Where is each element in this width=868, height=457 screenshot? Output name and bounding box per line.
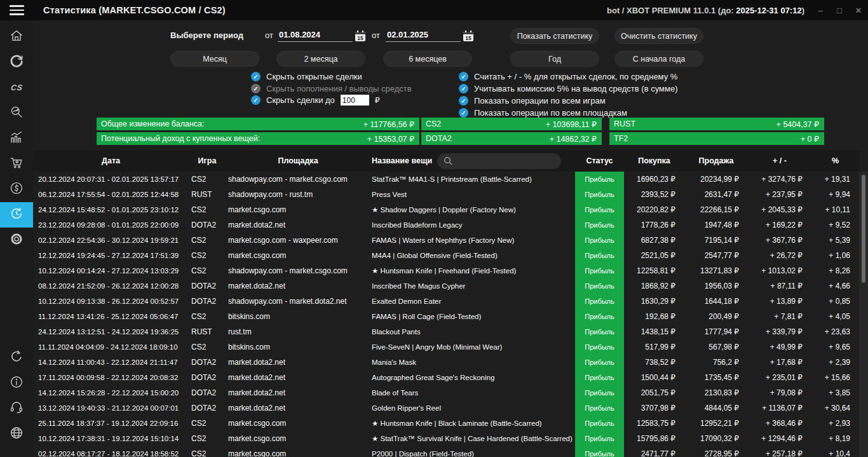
table-row[interactable]: 25.11.2024 18:37:37 - 19.12.2024 22:09:1…: [33, 416, 859, 431]
sidebar-item-statistics[interactable]: [0, 126, 33, 151]
row-percent: + 9,52: [811, 217, 859, 233]
row-percent: + 2,93: [811, 416, 859, 431]
table-row[interactable]: 23.12.2024 09:28:08 - 01.01.2025 22:00:0…: [33, 217, 859, 233]
hide-deals-under-checkbox[interactable]: Скрыть сделки до ₽: [251, 95, 380, 106]
row-item-name: Five-SeveN | Angry Mob (Minimal Wear): [370, 339, 575, 355]
column-header-percent[interactable]: %: [811, 156, 859, 165]
sidebar-item-finance[interactable]: [0, 177, 33, 202]
row-date: 10.12.2024 17:38:31 - 19.12.2024 15:10:1…: [33, 431, 189, 446]
column-header-buy[interactable]: Покупка: [624, 156, 684, 165]
column-header-platform[interactable]: Площадка: [226, 156, 370, 165]
min-amount-input[interactable]: [341, 95, 369, 106]
count-percent-open-deals-checkbox[interactable]: Считать + / - % для открытых сделок, по …: [459, 71, 677, 82]
table-row[interactable]: 02.12.2024 22:54:36 - 30.12.2024 19:59:2…: [33, 233, 859, 248]
row-game: CS2: [189, 431, 226, 446]
table-row[interactable]: 12.12.2024 19:24:45 - 27.12.2024 17:51:3…: [33, 248, 859, 263]
sidebar-item-cart[interactable]: [0, 151, 33, 177]
clear-stats-button[interactable]: Очистить статистику: [614, 28, 703, 44]
scrollbar-thumb[interactable]: [862, 175, 865, 283]
period-2months-button[interactable]: 2 месяца: [276, 51, 365, 67]
table-row[interactable]: 08.12.2024 21:52:09 - 26.12.2024 12:00:2…: [33, 278, 859, 294]
refresh-icon: [9, 349, 24, 367]
sidebar-item-settings[interactable]: [0, 228, 33, 253]
menu-icon[interactable]: [0, 0, 33, 20]
sidebar-item-app-logo[interactable]: [0, 50, 33, 75]
row-sell-price: 12952,21 ₽: [684, 416, 748, 431]
table-body: 20.12.2024 20:07:31 - 02.01.2025 13:57:1…: [33, 172, 859, 457]
all-platforms-checkbox[interactable]: Показать операции по всем площадкам: [459, 107, 627, 118]
date-from-field: 15: [278, 28, 365, 42]
row-item-name: Mania's Mask: [370, 355, 575, 370]
table-row[interactable]: 17.11.2024 00:09:58 - 22.12.2024 20:08:3…: [33, 370, 859, 385]
item-column-label[interactable]: Название вещи: [372, 156, 432, 165]
summary-label: TF2: [614, 134, 628, 143]
row-game: CS2: [189, 446, 226, 457]
row-game: RUST: [189, 324, 226, 339]
column-header-game[interactable]: Игра: [189, 156, 226, 165]
period-6months-button[interactable]: 6 месяцев: [383, 51, 472, 67]
period-month-button[interactable]: Месяц: [170, 51, 259, 67]
table-row[interactable]: 14.12.2024 15:26:28 - 22.12.2024 15:00:2…: [33, 385, 859, 400]
row-delta: + 237,95 ₽: [748, 187, 811, 202]
table-row[interactable]: 13.12.2024 19:40:33 - 21.12.2024 00:07:0…: [33, 400, 859, 416]
maximize-button[interactable]: □: [830, 0, 849, 20]
table-row[interactable]: 10.12.2024 00:14:24 - 27.12.2024 13:03:2…: [33, 263, 859, 278]
sidebar-item-info[interactable]: [0, 371, 33, 396]
sidebar-item-cs2[interactable]: CS: [0, 75, 33, 100]
table-row[interactable]: 24.12.2024 13:12:51 - 24.12.2024 19:36:2…: [33, 324, 859, 339]
item-search-input[interactable]: [456, 156, 555, 165]
sidebar-item-support[interactable]: [0, 396, 33, 421]
table-row[interactable]: 11.12.2024 13:41:26 - 25.12.2024 05:06:4…: [33, 309, 859, 324]
calendar-icon[interactable]: 15: [355, 32, 365, 41]
table-row[interactable]: 24.12.2024 15:48:52 - 01.01.2025 23:10:1…: [33, 202, 859, 217]
row-platform: market.csgo.com: [226, 248, 370, 263]
column-header-delta[interactable]: + / -: [748, 156, 811, 165]
sidebar-item-refresh[interactable]: [0, 345, 33, 371]
item-search[interactable]: [437, 153, 561, 169]
period-ytd-button[interactable]: С начала года: [614, 51, 703, 67]
scrollbar[interactable]: [859, 172, 868, 457]
row-item-name: Inscribed The Magus Cypher: [370, 278, 575, 294]
table-row[interactable]: 10.12.2024 17:38:31 - 19.12.2024 15:10:1…: [33, 431, 859, 446]
search-icon: [444, 156, 452, 165]
date-to-input[interactable]: [386, 30, 461, 42]
close-button[interactable]: ✕: [849, 0, 868, 20]
summary-value: + 0 ₽: [801, 134, 819, 144]
row-date: 02.12.2024 08:17:27 - 18.12.2024 18:58:5…: [33, 446, 189, 457]
row-status-badge: Прибыль: [575, 233, 624, 248]
table-row[interactable]: 20.12.2024 20:07:31 - 02.01.2025 13:57:1…: [33, 172, 859, 187]
calendar-icon[interactable]: 15: [463, 32, 473, 41]
row-buy-price: 2521,05 ₽: [624, 248, 684, 263]
checkbox-checked-disabled-icon: [251, 84, 261, 93]
sidebar-item-home[interactable]: [0, 24, 33, 50]
sidebar-item-language[interactable]: [0, 421, 33, 447]
row-platform: market.csgo.com: [226, 446, 370, 457]
row-delta: + 368,46 ₽: [748, 416, 811, 431]
show-stats-button[interactable]: Показать статистику: [510, 28, 599, 44]
commission-checkbox[interactable]: Учитывать комиссию 5% на вывод средств (…: [459, 83, 677, 94]
period-year-button[interactable]: Год: [510, 51, 599, 67]
period-label: Выберете период: [170, 31, 243, 40]
column-header-date[interactable]: Дата: [33, 156, 189, 165]
table-row[interactable]: 14.12.2024 11:00:43 - 22.12.2024 21:11:4…: [33, 355, 859, 370]
hide-open-deals-checkbox[interactable]: Скрыть открытые сделки: [251, 71, 362, 82]
row-date: 23.12.2024 09:28:08 - 01.01.2025 22:00:0…: [33, 217, 189, 233]
sidebar-item-market-search[interactable]: [0, 100, 33, 126]
sidebar-item-history[interactable]: [0, 202, 33, 228]
minimize-button[interactable]: –: [811, 0, 830, 20]
table-row[interactable]: 02.12.2024 08:17:27 - 18.12.2024 18:58:5…: [33, 446, 859, 457]
column-header-sell[interactable]: Продажа: [684, 156, 748, 165]
table-row[interactable]: 11.11.2024 04:04:09 - 24.12.2024 18:09:1…: [33, 339, 859, 355]
row-item-name: Inscribed Bladeform Legacy: [370, 217, 575, 233]
hide-deposits-checkbox[interactable]: Скрыть пополнения / выводы средств: [251, 83, 412, 94]
column-header-status[interactable]: Статус: [575, 156, 624, 165]
row-game: CS2: [189, 202, 226, 217]
summary-label: DOTA2: [426, 134, 452, 143]
table-row[interactable]: 06.12.2024 17:55:54 - 02.01.2025 12:44:5…: [33, 187, 859, 202]
date-from-input[interactable]: [278, 30, 353, 42]
table-row[interactable]: 10.12.2024 09:13:38 - 26.12.2024 00:52:5…: [33, 294, 859, 309]
row-delta: + 13,89 ₽: [748, 294, 811, 309]
row-sell-price: 2547,77 ₽: [684, 248, 748, 263]
all-games-checkbox[interactable]: Показать операции по всем играм: [459, 95, 606, 106]
row-status-badge: Прибыль: [575, 400, 624, 416]
